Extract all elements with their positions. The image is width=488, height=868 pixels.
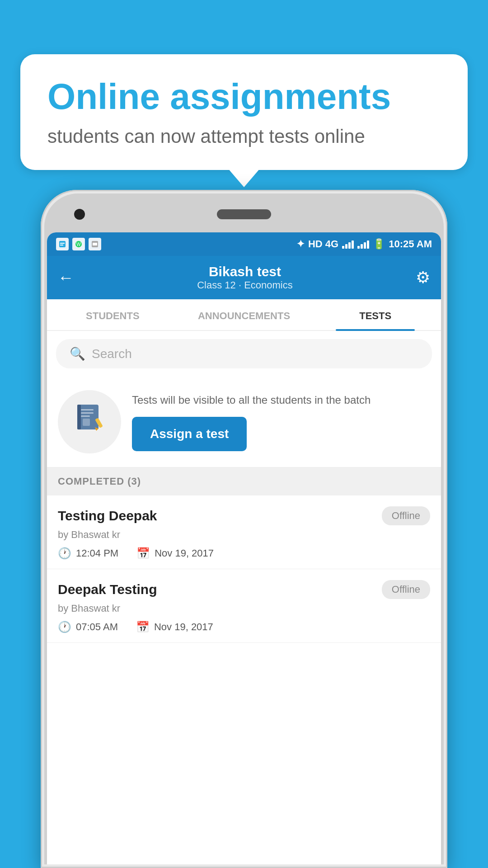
- header-center: Bikash test Class 12 · Economics: [197, 264, 293, 291]
- signal-bars-2: [357, 240, 369, 249]
- svg-rect-1: [60, 243, 65, 244]
- search-input[interactable]: Search: [92, 347, 132, 361]
- assign-test-button[interactable]: Assign a test: [132, 417, 247, 451]
- meta-date-1: 📅 Nov 19, 2017: [136, 547, 214, 560]
- calendar-icon-1: 📅: [136, 547, 150, 560]
- tab-tests[interactable]: TESTS: [310, 299, 441, 330]
- camera: [74, 209, 85, 220]
- search-box[interactable]: 🔍 Search: [56, 339, 432, 368]
- app-icon-1: [56, 238, 69, 250]
- clock-icon-1: 🕐: [58, 547, 71, 560]
- tab-students[interactable]: STUDENTS: [47, 299, 178, 330]
- test-by-1: by Bhaswat kr: [58, 529, 430, 541]
- time-value-2: 07:05 AM: [76, 621, 118, 633]
- offline-badge-2: Offline: [382, 580, 430, 599]
- header-title: Bikash test: [197, 264, 293, 279]
- battery-icon: 🔋: [373, 238, 385, 250]
- time-label: 10:25 AM: [389, 238, 432, 250]
- test-by-2: by Bhaswat kr: [58, 603, 430, 614]
- svg-rect-8: [77, 405, 81, 429]
- bubble-subtitle: students can now attempt tests online: [47, 126, 441, 147]
- assign-info-text: Tests will be visible to all the student…: [132, 392, 430, 408]
- svg-rect-9: [81, 409, 94, 410]
- test-name-1: Testing Deepak: [58, 508, 157, 524]
- test-item-top-2: Deepak Testing Offline: [58, 580, 430, 599]
- assign-section: Tests will be visible to all the student…: [47, 377, 441, 467]
- phone-inner: W ✦ HD 4G: [44, 193, 444, 864]
- assign-icon-circle: [58, 390, 121, 453]
- phone-screen: W ✦ HD 4G: [47, 232, 441, 864]
- test-name-2: Deepak Testing: [58, 582, 157, 597]
- speaker: [217, 209, 271, 219]
- svg-rect-0: [59, 241, 66, 247]
- test-meta-1: 🕐 12:04 PM 📅 Nov 19, 2017: [58, 547, 430, 560]
- bubble-title: Online assignments: [47, 77, 441, 117]
- date-value-1: Nov 19, 2017: [155, 547, 214, 559]
- bluetooth-icon: ✦: [296, 238, 305, 250]
- svg-rect-11: [81, 415, 90, 417]
- date-value-2: Nov 19, 2017: [154, 621, 213, 633]
- meta-date-2: 📅 Nov 19, 2017: [136, 621, 213, 633]
- svg-rect-12: [83, 419, 90, 426]
- time-value-1: 12:04 PM: [76, 547, 118, 559]
- search-container: 🔍 Search: [47, 331, 441, 377]
- meta-time-2: 🕐 07:05 AM: [58, 621, 118, 633]
- test-item-top: Testing Deepak Offline: [58, 506, 430, 525]
- app-icon-2: W: [72, 238, 85, 250]
- network-label: HD 4G: [308, 238, 338, 250]
- tab-announcements[interactable]: ANNOUNCEMENTS: [178, 299, 310, 330]
- calendar-icon-2: 📅: [136, 621, 150, 633]
- settings-button[interactable]: ⚙: [416, 268, 430, 287]
- speech-bubble: Online assignments students can now atte…: [20, 54, 468, 170]
- clock-icon-2: 🕐: [58, 621, 71, 633]
- svg-rect-10: [81, 412, 94, 414]
- tabs-container: STUDENTS ANNOUNCEMENTS TESTS: [47, 299, 441, 331]
- test-item: Testing Deepak Offline by Bhaswat kr 🕐 1…: [47, 495, 441, 569]
- assign-right: Tests will be visible to all the student…: [132, 392, 430, 451]
- status-right: ✦ HD 4G 🔋 10:25 AM: [296, 238, 432, 250]
- header-subtitle: Class 12 · Economics: [197, 279, 293, 291]
- test-meta-2: 🕐 07:05 AM 📅 Nov 19, 2017: [58, 621, 430, 633]
- test-item-2: Deepak Testing Offline by Bhaswat kr 🕐 0…: [47, 569, 441, 643]
- status-icons: W: [56, 238, 101, 250]
- svg-rect-6: [93, 243, 97, 245]
- app-icon-3: [89, 238, 101, 250]
- back-button[interactable]: ←: [58, 268, 74, 287]
- phone-top-bar: [47, 196, 441, 232]
- svg-rect-2: [60, 245, 63, 245]
- search-icon: 🔍: [70, 346, 85, 361]
- meta-time-1: 🕐 12:04 PM: [58, 547, 118, 560]
- phone-frame: W ✦ HD 4G: [41, 190, 447, 868]
- app-header: ← Bikash test Class 12 · Economics ⚙: [47, 256, 441, 299]
- svg-text:W: W: [76, 242, 81, 247]
- offline-badge-1: Offline: [382, 506, 430, 525]
- status-bar: W ✦ HD 4G: [47, 232, 441, 256]
- completed-section-header: COMPLETED (3): [47, 467, 441, 495]
- signal-bars: [342, 240, 354, 249]
- notebook-icon: [74, 402, 105, 441]
